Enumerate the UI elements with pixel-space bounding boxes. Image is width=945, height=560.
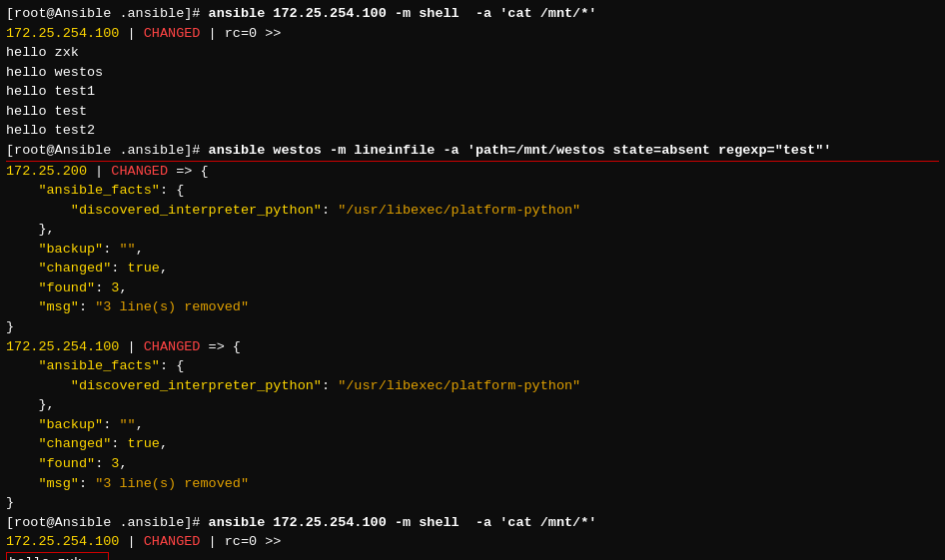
output-line-1: 172.25.254.100 | CHANGED | rc=0 >> (6, 24, 939, 44)
ip-4: 172.25.254.100 (6, 534, 119, 549)
found-key-2: "found": 3, (6, 454, 939, 474)
discovered-key-2: "discovered_interpreter_python": "/usr/l… (6, 376, 939, 396)
hello-highlight-box: hello zxk hello westos (6, 552, 109, 560)
output-line-4: 172.25.254.100 | CHANGED | rc=0 >> (6, 532, 939, 552)
prompt-2: [root@Ansible .ansible]# (6, 143, 209, 158)
block2-close: } (6, 493, 939, 513)
terminal: [root@Ansible .ansible]# ansible 172.25.… (0, 0, 945, 560)
block1-close: } (6, 317, 939, 337)
backup-key-2: "backup": "", (6, 415, 939, 435)
output-line-3: 172.25.254.100 | CHANGED => { (6, 337, 939, 357)
hello-zxk-2: hello zxk (9, 553, 106, 560)
cmd-1: ansible 172.25.254.100 -m shell -a 'cat … (209, 6, 597, 21)
hello-test2-1: hello test2 (6, 121, 939, 141)
prompt-3: [root@Ansible .ansible]# (6, 515, 209, 530)
pipe-1: | (119, 26, 143, 41)
discovered-key-1: "discovered_interpreter_python": "/usr/l… (6, 201, 939, 221)
facts-key-2: "ansible_facts": { (6, 356, 939, 376)
command-line-2: [root@Ansible .ansible]# ansible westos … (6, 141, 939, 162)
changed-key-1: "changed": true, (6, 259, 939, 279)
command-line-1: [root@Ansible .ansible]# ansible 172.25.… (6, 4, 939, 24)
prompt-1: [root@Ansible .ansible]# (6, 6, 209, 21)
cmd-2: ansible westos -m lineinfile -a 'path=/m… (209, 143, 832, 158)
rc-1: | rc=0 >> (200, 26, 281, 41)
changed-1: CHANGED (144, 26, 201, 41)
hello-test-1: hello test (6, 102, 939, 122)
changed-4: CHANGED (144, 534, 201, 549)
backup-key-1: "backup": "", (6, 240, 939, 260)
found-key-1: "found": 3, (6, 279, 939, 298)
changed-3: CHANGED (144, 339, 201, 354)
ip-1: 172.25.254.100 (6, 26, 119, 41)
hello-zxk-1: hello zxk (6, 43, 939, 63)
command-line-3: [root@Ansible .ansible]# ansible 172.25.… (6, 513, 939, 533)
ip-3: 172.25.254.100 (6, 339, 119, 354)
output-line-2: 172.25.200 | CHANGED => { (6, 162, 939, 182)
changed-2: CHANGED (111, 164, 168, 179)
changed-key-2: "changed": true, (6, 434, 939, 454)
msg-key-2: "msg": "3 line(s) removed" (6, 474, 939, 494)
facts-key-1: "ansible_facts": { (6, 181, 939, 201)
cmd-3: ansible 172.25.254.100 -m shell -a 'cat … (209, 515, 597, 530)
ip-2: 172.25.200 (6, 164, 87, 179)
hello-westos-1: hello westos (6, 63, 939, 83)
facts-close-1: }, (6, 220, 939, 240)
facts-close-2: }, (6, 395, 939, 415)
msg-key-1: "msg": "3 line(s) removed" (6, 297, 939, 317)
hello-test1-1: hello test1 (6, 82, 939, 102)
